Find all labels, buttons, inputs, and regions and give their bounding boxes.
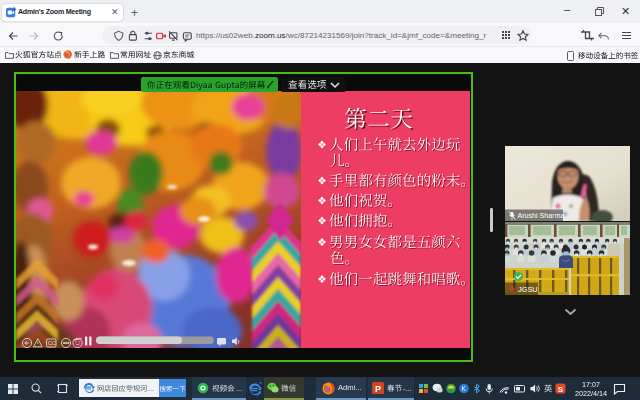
- svg-text:-...: -...: [403, 385, 411, 392]
- svg-text:S: S: [558, 385, 564, 394]
- svg-text:P: P: [375, 384, 381, 394]
- svg-text:JGSU: JGSU: [518, 285, 538, 294]
- svg-text:Arushi Sharma: Arushi Sharma: [518, 212, 565, 220]
- svg-text:K: K: [461, 385, 466, 392]
- svg-text:...: ...: [148, 385, 154, 392]
- svg-text:...: ...: [236, 385, 242, 392]
- svg-text:CC: CC: [48, 340, 56, 346]
